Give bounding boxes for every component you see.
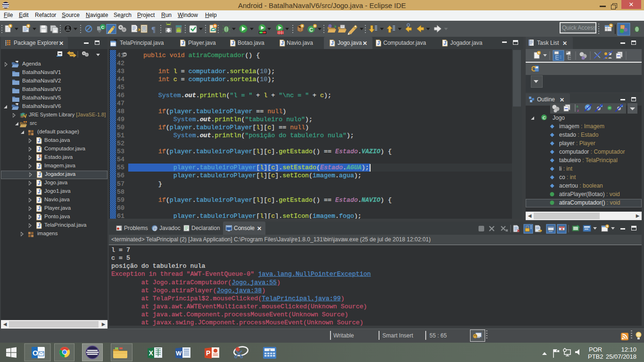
svg-text:P: P (206, 349, 210, 357)
svg-text:0: 0 (269, 349, 271, 352)
svg-text:a: a (576, 104, 578, 108)
svg-text:X: X (149, 349, 154, 357)
svg-text:W: W (176, 350, 182, 357)
svg-text:O: O (33, 349, 38, 357)
svg-text:¶: ¶ (151, 25, 156, 34)
svg-text:C: C (101, 25, 105, 30)
svg-text:C: C (309, 27, 313, 33)
svg-text:@: @ (153, 226, 157, 231)
svg-text:z: z (577, 108, 579, 113)
